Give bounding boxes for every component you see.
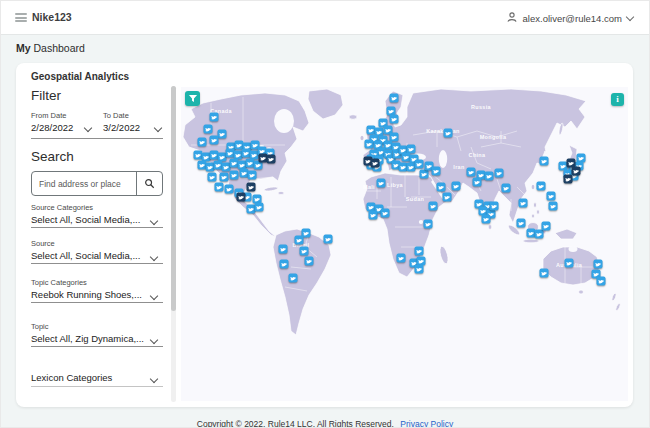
- topic-label: Topic: [31, 322, 49, 331]
- tweet-marker[interactable]: [597, 277, 606, 286]
- tweet-marker[interactable]: [324, 235, 333, 244]
- tweet-marker-dark[interactable]: [267, 155, 276, 164]
- chevron-down-icon[interactable]: [150, 217, 158, 225]
- search-input[interactable]: [32, 179, 136, 189]
- tweet-marker[interactable]: [230, 171, 239, 180]
- tweet-marker[interactable]: [415, 247, 424, 256]
- tweet-marker[interactable]: [397, 254, 406, 263]
- divider: [31, 138, 163, 139]
- chevron-down-icon: [626, 12, 634, 20]
- tweet-marker[interactable]: [594, 260, 603, 269]
- scrollbar-thumb[interactable]: [171, 86, 176, 311]
- tweet-marker[interactable]: [289, 274, 298, 283]
- breadcrumb-rest: Dashboard: [31, 42, 85, 54]
- tweet-marker[interactable]: [255, 203, 264, 212]
- tweet-marker[interactable]: [198, 138, 207, 147]
- tweet-marker[interactable]: [490, 202, 499, 211]
- tweet-marker[interactable]: [215, 183, 224, 192]
- privacy-policy-link[interactable]: Privacy Policy: [400, 419, 453, 428]
- tweet-marker[interactable]: [295, 236, 304, 245]
- tweet-marker[interactable]: [482, 215, 491, 224]
- divider: [31, 386, 163, 387]
- tweet-marker[interactable]: [549, 202, 558, 211]
- tweet-marker[interactable]: [415, 265, 424, 274]
- tweet-marker[interactable]: [420, 170, 429, 179]
- copyright-text: Copyright © 2022, Rule14 LLC, All Rights…: [197, 419, 394, 428]
- tweet-marker-dark[interactable]: [237, 193, 246, 202]
- chevron-down-icon[interactable]: [150, 292, 158, 300]
- tweet-marker[interactable]: [365, 140, 374, 149]
- tweet-marker[interactable]: [540, 157, 549, 166]
- filter-heading: Filter: [31, 88, 61, 103]
- lexicon-categories-select[interactable]: Lexicon Categories: [31, 372, 112, 383]
- tweet-marker[interactable]: [210, 113, 219, 122]
- hamburger-menu-icon[interactable]: [15, 13, 27, 22]
- tweet-marker[interactable]: [429, 202, 438, 211]
- tweet-marker[interactable]: [519, 199, 528, 208]
- chevron-down-icon[interactable]: [150, 253, 158, 261]
- dashboard-card: Geospatial Analytics Filter From Date 2/…: [16, 63, 633, 407]
- tweet-marker[interactable]: [279, 245, 288, 254]
- tweet-marker[interactable]: [452, 182, 461, 191]
- tweet-marker[interactable]: [218, 130, 227, 139]
- tweet-marker[interactable]: [432, 167, 441, 176]
- chevron-down-icon[interactable]: [154, 124, 162, 132]
- user-menu[interactable]: alex.oliver@rule14.com: [506, 9, 633, 27]
- tweet-marker[interactable]: [381, 209, 390, 218]
- tweet-marker[interactable]: [473, 178, 482, 187]
- tweet-marker[interactable]: [540, 269, 549, 278]
- chevron-down-icon[interactable]: [84, 124, 92, 132]
- tweet-marker[interactable]: [547, 192, 556, 201]
- to-date-select[interactable]: 3/2/2022: [103, 122, 140, 133]
- tweet-marker-dark[interactable]: [572, 167, 581, 176]
- page-footer: Copyright © 2022, Rule14 LLC, All Rights…: [1, 419, 649, 428]
- tweet-marker[interactable]: [415, 160, 424, 169]
- map-info-button[interactable]: i: [611, 93, 624, 106]
- tweet-marker[interactable]: [204, 125, 213, 134]
- tweet-marker[interactable]: [305, 257, 314, 266]
- tweet-marker[interactable]: [300, 247, 309, 256]
- tweet-marker[interactable]: [485, 172, 494, 181]
- tweet-marker[interactable]: [369, 211, 378, 220]
- tweet-marker[interactable]: [225, 185, 234, 194]
- tweet-marker[interactable]: [424, 220, 433, 229]
- tweet-marker[interactable]: [390, 115, 399, 124]
- tweet-marker[interactable]: [390, 94, 399, 103]
- app-window: Nike123 alex.oliver@rule14.com My Dashbo…: [0, 0, 650, 428]
- tweet-marker-dark[interactable]: [564, 175, 573, 184]
- world-map[interactable]: i CanadaRussiaKazakhstanMongoliaChinaIra…: [181, 87, 628, 401]
- tweet-marker[interactable]: [280, 260, 289, 269]
- topic-select[interactable]: Select All, Zig Dynamica,...: [31, 333, 144, 344]
- tweet-marker[interactable]: [517, 219, 526, 228]
- tweet-marker[interactable]: [437, 183, 446, 192]
- search-button[interactable]: [136, 172, 162, 195]
- from-date-select[interactable]: 2/28/2022: [31, 122, 73, 133]
- tweet-marker[interactable]: [220, 173, 229, 182]
- source-categories-select[interactable]: Select All, Social Media,...: [31, 214, 140, 225]
- tweet-marker[interactable]: [537, 182, 546, 191]
- tweet-marker[interactable]: [565, 259, 574, 268]
- tweet-marker[interactable]: [248, 171, 257, 180]
- tweet-marker[interactable]: [542, 222, 551, 231]
- chevron-down-icon[interactable]: [150, 336, 158, 344]
- topic-categories-label: Topic Categories: [31, 278, 87, 287]
- tweet-marker[interactable]: [443, 193, 452, 202]
- tweet-marker[interactable]: [467, 168, 476, 177]
- top-navbar: Nike123 alex.oliver@rule14.com: [1, 1, 649, 35]
- tweet-marker[interactable]: [502, 184, 511, 193]
- divider: [31, 263, 163, 264]
- tweet-marker[interactable]: [444, 129, 453, 138]
- source-select[interactable]: Select All, Social Media,...: [31, 250, 140, 261]
- tweet-marker[interactable]: [495, 169, 504, 178]
- tweet-marker[interactable]: [535, 230, 544, 239]
- map-filter-button[interactable]: [185, 91, 200, 106]
- topic-categories-select[interactable]: Reebok Running Shoes,...: [31, 289, 142, 300]
- tweet-marker[interactable]: [210, 136, 219, 145]
- tweet-marker[interactable]: [377, 179, 386, 188]
- tweet-marker-dark[interactable]: [247, 183, 256, 192]
- filter-panel: Filter From Date 2/28/2022 To Date 3/2/2…: [29, 86, 179, 402]
- tweet-marker-dark[interactable]: [371, 159, 380, 168]
- user-icon: [506, 9, 518, 27]
- chevron-down-icon[interactable]: [150, 375, 158, 383]
- tweet-marker[interactable]: [208, 173, 217, 182]
